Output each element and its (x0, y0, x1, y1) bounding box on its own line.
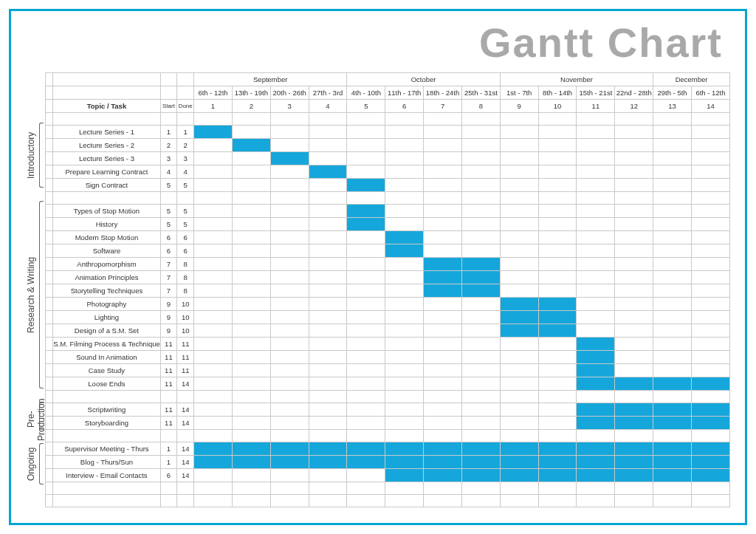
gantt-cell (309, 139, 347, 152)
gantt-cell (270, 179, 309, 192)
task-label: Interview - Email Contacts (53, 469, 160, 482)
gantt-cell (270, 152, 309, 165)
gantt-cell (385, 338, 424, 351)
gantt-cell (424, 377, 462, 391)
gantt-cell (270, 417, 309, 430)
gantt-cell (270, 403, 309, 417)
task-start: 3 (160, 152, 177, 165)
week-num: 1 (194, 100, 233, 113)
gantt-cell (232, 417, 270, 430)
gantt-cell (577, 377, 615, 391)
gantt-cell (500, 271, 538, 284)
gantt-cell (577, 244, 615, 258)
gantt-cell (653, 218, 692, 231)
gantt-cell (577, 258, 615, 271)
gantt-cell (691, 351, 729, 364)
gantt-cell (691, 338, 729, 351)
gantt-cell (538, 469, 577, 482)
section-label-introductory: Introductory (26, 123, 36, 188)
gantt-cell (653, 351, 692, 364)
gantt-cell (347, 139, 385, 152)
task-start: 9 (160, 324, 177, 338)
gantt-cell (615, 165, 653, 179)
gantt-cell (538, 298, 577, 311)
gantt-cell (347, 179, 385, 192)
gantt-cell (691, 126, 729, 139)
gantt-cell (615, 311, 653, 324)
gantt-cell (232, 165, 270, 179)
gantt-row: Types of Stop Motion55 (46, 205, 730, 218)
month-header: September (194, 73, 347, 86)
gantt-cell (424, 311, 462, 324)
gantt-cell (424, 205, 462, 218)
gantt-cell (615, 364, 653, 377)
gantt-cell (309, 126, 347, 139)
gantt-cell (577, 179, 615, 192)
task-done: 5 (177, 205, 194, 218)
gantt-row: Interview - Email Contacts614 (46, 469, 730, 482)
task-label: Lecture Series - 2 (53, 139, 160, 152)
week-num: 5 (347, 100, 385, 113)
gantt-cell (577, 469, 615, 482)
gantt-cell (653, 298, 692, 311)
gantt-cell (194, 456, 233, 469)
task-done: 11 (177, 351, 194, 364)
gantt-row: Sign Contract55 (46, 179, 730, 192)
gantt-cell (615, 152, 653, 165)
week-range: 6th - 12th (691, 86, 729, 100)
gantt-cell (385, 284, 424, 298)
week-num: 3 (270, 100, 309, 113)
gantt-cell (270, 126, 309, 139)
gantt-row: Sound In Animation1111 (46, 351, 730, 364)
gantt-cell (577, 351, 615, 364)
gantt-cell (270, 139, 309, 152)
gantt-cell (424, 284, 462, 298)
gantt-cell (347, 338, 385, 351)
gantt-cell (691, 218, 729, 231)
gantt-cell (270, 311, 309, 324)
gantt-cell (309, 258, 347, 271)
gantt-cell (347, 152, 385, 165)
gantt-cell (691, 205, 729, 218)
gantt-cell (232, 271, 270, 284)
gantt-cell (461, 338, 500, 351)
gantt-cell (653, 152, 692, 165)
task-label: History (53, 218, 160, 231)
gantt-cell (424, 139, 462, 152)
task-label: S.M. Filming Process & Techniques (53, 338, 160, 351)
week-num: 12 (615, 100, 653, 113)
gantt-cell (500, 152, 538, 165)
task-start: 5 (160, 218, 177, 231)
gantt-cell (653, 338, 692, 351)
gantt-cell (309, 284, 347, 298)
task-start: 11 (160, 377, 177, 391)
gantt-cell (194, 244, 233, 258)
gantt-cell (270, 469, 309, 482)
gantt-cell (691, 298, 729, 311)
task-start: 6 (160, 244, 177, 258)
task-label: Blog - Thurs/Sun (53, 456, 160, 469)
gantt-cell (424, 165, 462, 179)
gantt-cell (691, 244, 729, 258)
gantt-cell (270, 442, 309, 456)
gantt-cell (385, 231, 424, 244)
month-header: December (653, 73, 730, 86)
gantt-cell (615, 231, 653, 244)
gantt-cell (232, 456, 270, 469)
gantt-cell (232, 244, 270, 258)
task-label: Storyboarding (53, 417, 160, 430)
gantt-cell (461, 139, 500, 152)
task-label: Software (53, 244, 160, 258)
gantt-cell (385, 456, 424, 469)
week-num: 6 (385, 100, 424, 113)
gantt-cell (538, 442, 577, 456)
task-done: 10 (177, 324, 194, 338)
gantt-cell (232, 338, 270, 351)
gantt-row: Modern Stop Motion66 (46, 231, 730, 244)
week-range: 27th - 3rd (309, 86, 347, 100)
gantt-cell (691, 179, 729, 192)
task-label: Lecture Series - 1 (53, 126, 160, 139)
gantt-cell (385, 165, 424, 179)
gantt-cell (347, 364, 385, 377)
gantt-cell (232, 179, 270, 192)
